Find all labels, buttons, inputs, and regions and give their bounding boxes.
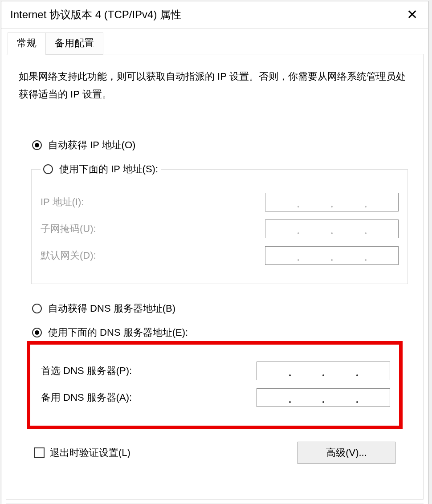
- label-default-gateway: 默认网关(D):: [41, 249, 96, 262]
- description-text: 如果网络支持此功能，则可以获取自动指派的 IP 设置。否则，你需要从网络系统管理…: [19, 68, 411, 103]
- radio-dns-auto-label: 自动获得 DNS 服务器地址(B): [48, 302, 175, 315]
- radio-ip-auto-label: 自动获得 IP 地址(O): [48, 138, 135, 152]
- checkbox-validate-on-exit[interactable]: 退出时验证设置(L): [34, 446, 130, 459]
- radio-ip-manual[interactable]: 使用下面的 IP 地址(S):: [43, 163, 158, 176]
- tab-alternate[interactable]: 备用配置: [45, 33, 103, 55]
- close-icon[interactable]: ✕: [403, 8, 421, 21]
- input-ip-address[interactable]: [265, 193, 399, 211]
- row-dns-primary: 首选 DNS 服务器(P):: [41, 362, 390, 380]
- tab-general-label: 常规: [17, 37, 37, 49]
- window-title: Internet 协议版本 4 (TCP/IPv4) 属性: [10, 8, 181, 22]
- titlebar: Internet 协议版本 4 (TCP/IPv4) 属性 ✕: [1, 1, 428, 28]
- row-dns-alt: 备用 DNS 服务器(A):: [41, 388, 390, 407]
- input-subnet-mask[interactable]: [265, 219, 399, 238]
- advanced-button-label: 高级(V)...: [326, 446, 367, 459]
- radio-dns-auto[interactable]: 自动获得 DNS 服务器地址(B): [32, 302, 411, 315]
- radio-icon: [32, 140, 42, 150]
- tab-strip: 常规 备用配置: [8, 32, 424, 54]
- input-dns-primary[interactable]: [257, 362, 390, 380]
- radio-ip-auto[interactable]: 自动获得 IP 地址(O): [32, 138, 411, 152]
- checkbox-validate-label: 退出时验证设置(L): [50, 446, 130, 459]
- radio-ip-manual-label: 使用下面的 IP 地址(S):: [59, 163, 158, 176]
- radio-icon: [32, 304, 42, 313]
- dialog-body: 常规 备用配置 如果网络支持此功能，则可以获取自动指派的 IP 设置。否则，你需…: [1, 28, 428, 504]
- row-subnet-mask: 子网掩码(U):: [41, 219, 399, 238]
- panel-body: 如果网络支持此功能，则可以获取自动指派的 IP 设置。否则，你需要从网络系统管理…: [6, 54, 423, 464]
- label-ip-address: IP 地址(I):: [41, 195, 84, 209]
- radio-icon: [43, 164, 53, 174]
- row-default-gateway: 默认网关(D):: [41, 246, 399, 265]
- input-default-gateway[interactable]: [265, 246, 399, 265]
- ip-manual-group: 使用下面的 IP 地址(S): IP 地址(I): 子网掩码(U):: [31, 163, 408, 284]
- radio-dns-manual[interactable]: 使用下面的 DNS 服务器地址(E):: [32, 326, 411, 339]
- label-dns-primary: 首选 DNS 服务器(P):: [41, 364, 132, 378]
- advanced-button[interactable]: 高级(V)...: [298, 442, 395, 464]
- label-subnet-mask: 子网掩码(U):: [41, 222, 96, 236]
- dns-highlight-box: 首选 DNS 服务器(P): 备用 DNS 服务器(A):: [27, 341, 403, 429]
- bottom-row: 退出时验证设置(L) 高级(V)...: [34, 442, 395, 464]
- tab-general[interactable]: 常规: [8, 33, 46, 55]
- input-dns-alt[interactable]: [257, 388, 390, 407]
- tab-alternate-label: 备用配置: [55, 37, 94, 49]
- checkbox-icon: [34, 447, 45, 458]
- tab-panel: 如果网络支持此功能，则可以获取自动指派的 IP 设置。否则，你需要从网络系统管理…: [6, 54, 424, 500]
- label-dns-alt: 备用 DNS 服务器(A):: [41, 391, 132, 404]
- radio-dns-manual-label: 使用下面的 DNS 服务器地址(E):: [48, 326, 188, 339]
- ipv4-properties-dialog: Internet 协议版本 4 (TCP/IPv4) 属性 ✕ 常规 备用配置 …: [1, 1, 428, 504]
- radio-icon: [32, 328, 42, 337]
- row-ip-address: IP 地址(I):: [41, 193, 399, 211]
